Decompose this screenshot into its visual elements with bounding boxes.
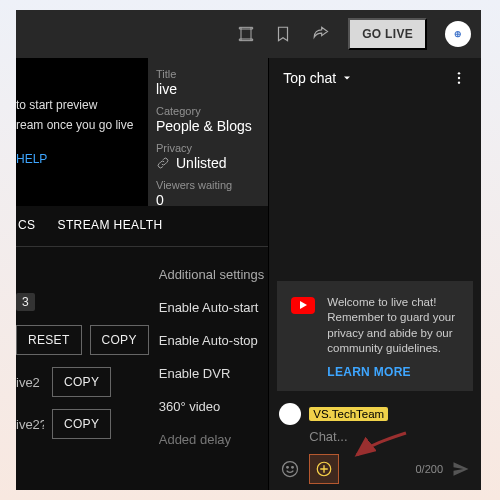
setting-delay[interactable]: Added delay — [159, 432, 265, 447]
chat-input-area: VS.TechTeam Chat... — [269, 397, 481, 450]
tab-analytics[interactable]: CS — [16, 206, 43, 246]
chat-body: Welcome to live chat! Remember to guard … — [269, 98, 481, 397]
chat-panel: Top chat Welcome to live chat! Remember … — [268, 58, 481, 490]
copy-button-3[interactable]: COPY — [52, 409, 111, 439]
tab-stream-health[interactable]: STREAM HEALTH — [43, 206, 176, 246]
setting-dvr[interactable]: Enable DVR — [159, 366, 265, 381]
preview-line2: ream once you go live — [16, 118, 148, 132]
key-row-1: ive2 COPY — [16, 367, 149, 397]
category-value: People & Blogs — [156, 118, 260, 134]
svg-point-1 — [458, 77, 460, 79]
badge-3: 3 — [16, 293, 35, 311]
chevron-down-icon — [341, 72, 353, 84]
additional-settings-title: Additional settings — [159, 267, 265, 282]
title-value: live — [156, 81, 260, 97]
copy-button-1[interactable]: COPY — [90, 325, 149, 355]
chat-header: Top chat — [269, 58, 481, 98]
svg-point-0 — [458, 72, 460, 74]
key-label-1: ive2 — [16, 375, 44, 390]
reset-copy-row: RESET COPY — [16, 325, 149, 355]
youtube-icon — [291, 297, 315, 314]
chat-user-row: VS.TechTeam — [279, 403, 471, 425]
reset-button[interactable]: RESET — [16, 325, 82, 355]
link-icon — [156, 156, 170, 170]
svg-point-2 — [458, 81, 460, 83]
privacy-value: Unlisted — [156, 155, 260, 171]
tabs: CS STREAM HEALTH — [16, 206, 268, 247]
preview-row: to start preview ream once you go live H… — [16, 58, 268, 206]
viewers-label: Viewers waiting — [156, 179, 260, 191]
setting-360[interactable]: 360° video — [159, 399, 265, 414]
settings-right: Additional settings Enable Auto-start En… — [159, 261, 265, 447]
dashboard-icon[interactable] — [236, 24, 256, 44]
emoji-icon[interactable] — [279, 458, 301, 480]
help-link[interactable]: HELP — [16, 152, 148, 166]
settings-left: 3 RESET COPY ive2 COPY ive2? COPY — [16, 261, 149, 447]
setting-auto-stop[interactable]: Enable Auto-stop — [159, 333, 265, 348]
learn-more-link[interactable]: LEARN MORE — [327, 365, 459, 379]
bookmark-icon[interactable] — [274, 25, 292, 43]
notice-text: Welcome to live chat! Remember to guard … — [327, 295, 459, 357]
chat-bottom-bar: 0/200 — [269, 450, 481, 490]
chat-user-avatar — [279, 403, 301, 425]
chat-mode-selector[interactable]: Top chat — [283, 70, 353, 86]
topbar: GO LIVE ⊕ — [16, 10, 481, 58]
chat-input[interactable]: Chat... — [309, 429, 471, 444]
super-chat-button[interactable] — [309, 454, 339, 484]
char-counter: 0/200 — [415, 463, 443, 475]
go-live-button[interactable]: GO LIVE — [348, 18, 427, 50]
stream-meta: Title live Category People & Blogs Priva… — [148, 58, 268, 206]
chat-username: VS.TechTeam — [309, 407, 388, 421]
title-label: Title — [156, 68, 260, 80]
settings-area: 3 RESET COPY ive2 COPY ive2? COPY — [16, 247, 268, 447]
copy-button-2[interactable]: COPY — [52, 367, 111, 397]
category-label: Category — [156, 105, 260, 117]
key-label-2: ive2? — [16, 417, 44, 432]
key-row-2: ive2? COPY — [16, 409, 149, 439]
chat-menu-icon[interactable] — [451, 70, 467, 86]
svg-point-3 — [283, 462, 298, 477]
svg-point-5 — [292, 467, 294, 469]
preview-line1: to start preview — [16, 98, 148, 112]
left-panel: to start preview ream once you go live H… — [16, 58, 268, 490]
stream-preview: to start preview ream once you go live H… — [16, 58, 148, 206]
setting-auto-start[interactable]: Enable Auto-start — [159, 300, 265, 315]
app-window: GO LIVE ⊕ to start preview ream once you… — [16, 10, 481, 490]
privacy-label: Privacy — [156, 142, 260, 154]
chat-notice: Welcome to live chat! Remember to guard … — [277, 281, 473, 391]
send-icon[interactable] — [451, 459, 471, 479]
svg-point-4 — [287, 467, 289, 469]
share-icon[interactable] — [310, 24, 330, 44]
content: to start preview ream once you go live H… — [16, 58, 481, 490]
avatar[interactable]: ⊕ — [445, 21, 471, 47]
